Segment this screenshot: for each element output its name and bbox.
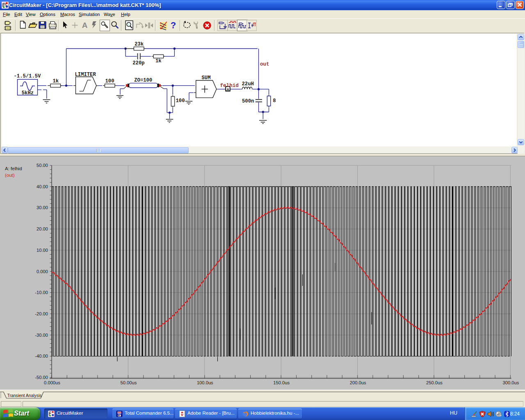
svg-text:5kHz: 5kHz [22, 90, 34, 96]
svg-text:1k: 1k [155, 58, 162, 64]
svg-text:150.0us: 150.0us [273, 380, 290, 385]
svg-text:30.00: 30.00 [37, 205, 48, 210]
svg-text:100: 100 [105, 78, 114, 84]
svg-text:-40.00: -40.00 [35, 354, 48, 358]
svg-text:A: A [82, 21, 88, 30]
svg-text:SUM: SUM [202, 75, 211, 81]
svg-text:100.0us: 100.0us [197, 380, 213, 385]
svg-text:100: 100 [176, 98, 185, 104]
svg-text:felhid: felhid [220, 83, 239, 89]
svg-text:50.00us: 50.00us [120, 380, 137, 385]
svg-text:220p: 220p [132, 60, 144, 66]
svg-text:out: out [260, 62, 269, 67]
svg-text:200.0us: 200.0us [350, 380, 366, 385]
svg-text:0.000: 0.000 [37, 269, 48, 274]
svg-text:8: 8 [273, 98, 276, 104]
svg-text:0.000us: 0.000us [44, 380, 60, 385]
svg-text:-1.5/1.5V: -1.5/1.5V [14, 73, 41, 79]
svg-text:A: felhid: A: felhid [5, 166, 22, 171]
svg-text:500n: 500n [242, 98, 254, 104]
svg-text:1k: 1k [53, 78, 59, 84]
svg-text:23k: 23k [135, 41, 144, 47]
svg-text:40.00: 40.00 [37, 184, 48, 189]
svg-text:300.0us: 300.0us [502, 380, 519, 385]
svg-text:Transient Analysis: Transient Analysis [7, 393, 42, 398]
svg-text:?: ? [171, 20, 176, 30]
svg-text:20.00: 20.00 [37, 226, 48, 231]
svg-text:-50.00: -50.00 [35, 375, 48, 380]
svg-text:-30.00: -30.00 [35, 333, 48, 338]
svg-text:ZO=100: ZO=100 [134, 78, 152, 83]
svg-text:10.00: 10.00 [37, 248, 48, 253]
svg-text:250.0us: 250.0us [426, 380, 443, 385]
svg-text:(out): (out) [5, 173, 15, 178]
svg-text:-10.00: -10.00 [35, 290, 48, 295]
svg-text:22uH: 22uH [242, 81, 254, 87]
svg-text:LIMITER: LIMITER [75, 72, 96, 78]
svg-text:50.00: 50.00 [37, 163, 48, 168]
svg-text:-20.00: -20.00 [35, 311, 48, 316]
